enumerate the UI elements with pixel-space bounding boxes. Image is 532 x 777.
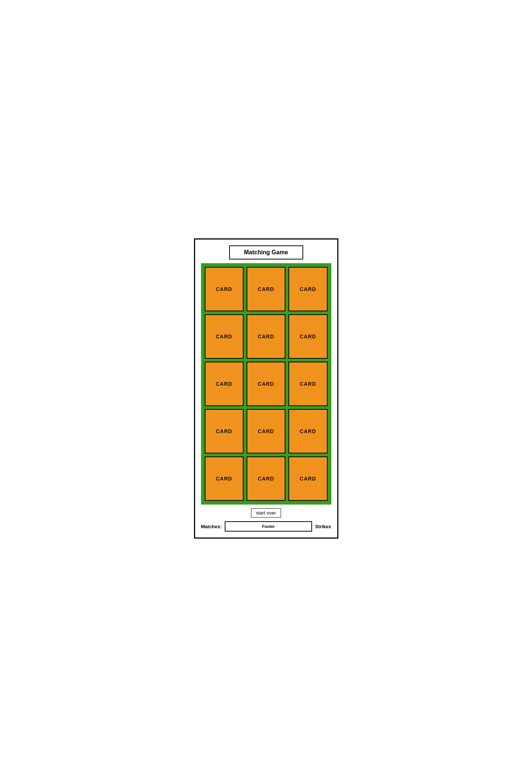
strikes-label: Strikes xyxy=(315,524,331,529)
game-title: Matching Game xyxy=(229,245,303,259)
card-item[interactable]: CARD xyxy=(205,456,244,501)
card-item[interactable]: CARD xyxy=(247,409,285,453)
start-over-button[interactable]: start over xyxy=(251,508,281,518)
card-item[interactable]: CARD xyxy=(247,267,285,311)
footer-box: Footer xyxy=(225,521,312,532)
card-item[interactable]: CARD xyxy=(247,314,285,359)
card-item[interactable]: CARD xyxy=(288,456,327,501)
card-item[interactable]: CARD xyxy=(288,267,327,311)
card-item[interactable]: CARD xyxy=(247,362,285,406)
card-item[interactable]: CARD xyxy=(288,362,327,406)
game-container: Matching Game CARDCARDCARDCARDCARDCARDCA… xyxy=(194,238,338,539)
card-item[interactable]: CARD xyxy=(205,362,244,406)
card-item[interactable]: CARD xyxy=(288,314,327,359)
card-item[interactable]: CARD xyxy=(247,456,285,501)
card-item[interactable]: CARD xyxy=(288,409,327,453)
card-grid: CARDCARDCARDCARDCARDCARDCARDCARDCARDCARD… xyxy=(201,263,331,505)
bottom-row: Matches: Footer Strikes xyxy=(201,521,331,532)
card-item[interactable]: CARD xyxy=(205,314,244,359)
card-item[interactable]: CARD xyxy=(205,267,244,311)
card-item[interactable]: CARD xyxy=(205,409,244,453)
matches-label: Matches: xyxy=(201,524,222,529)
